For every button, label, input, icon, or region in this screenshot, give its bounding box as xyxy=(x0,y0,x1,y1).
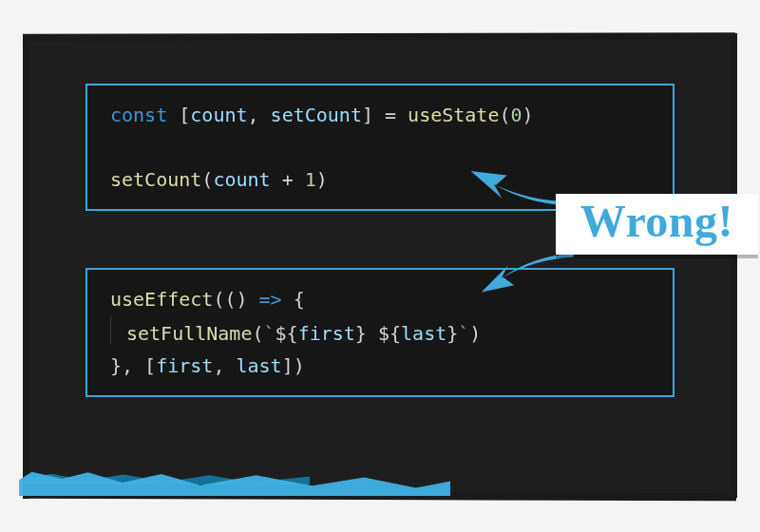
code-token: { xyxy=(282,288,305,311)
wrong-label: Wrong! xyxy=(556,194,758,255)
code-token: 1 xyxy=(305,168,316,191)
code-token: setFullName xyxy=(126,322,252,345)
code-token: setCount xyxy=(271,104,362,126)
code-token: ]) xyxy=(282,354,305,377)
code-token: last xyxy=(401,322,446,345)
code-token: [ xyxy=(179,104,190,126)
code-line: setFullName(`${first} ${last}`) xyxy=(110,315,654,350)
code-token: ) xyxy=(316,168,328,191)
code-line: const [count, setCount] = useState(0) xyxy=(110,99,654,131)
editor-stage: const [count, setCount] = useState(0) se… xyxy=(28,38,732,494)
code-token: ${ xyxy=(378,322,401,345)
code-token: 0 xyxy=(510,104,522,126)
code-line: }, [first, last]) xyxy=(110,350,654,382)
code-token: ${ xyxy=(276,322,298,345)
code-token xyxy=(367,322,378,345)
code-token: count xyxy=(213,168,270,191)
code-token: ` xyxy=(458,322,469,345)
code-token: => xyxy=(259,288,282,311)
code-token: }, [ xyxy=(110,354,156,377)
code-token: setCount xyxy=(110,168,201,191)
code-token: const xyxy=(110,104,179,126)
border-edge xyxy=(23,32,735,40)
code-token: last xyxy=(236,354,281,377)
code-token: ) xyxy=(469,322,481,345)
code-token: ) xyxy=(522,104,534,126)
code-token: ` xyxy=(264,322,276,345)
border-edge xyxy=(23,34,29,499)
code-box-bottom: useEffect(() => {setFullName(`${first} $… xyxy=(86,268,674,397)
code-token: } xyxy=(355,322,367,345)
code-token: count xyxy=(190,104,247,126)
code-token: ( xyxy=(201,168,213,191)
code-token: ( xyxy=(499,104,510,126)
code-token: useState xyxy=(408,104,499,126)
code-token: first xyxy=(298,322,355,345)
code-token: () xyxy=(224,288,258,311)
code-token: first xyxy=(156,354,213,377)
code-token: ( xyxy=(252,322,263,345)
code-token: , xyxy=(213,354,236,377)
code-token: ( xyxy=(213,288,224,311)
code-token: useEffect xyxy=(110,288,213,311)
code-token: + xyxy=(271,168,305,191)
code-box-top: const [count, setCount] = useState(0) se… xyxy=(86,84,674,211)
brush-stroke xyxy=(19,469,450,496)
code-token: } xyxy=(446,322,458,345)
code-token: , xyxy=(248,104,271,126)
code-token: ] = xyxy=(362,104,408,126)
indent-guide xyxy=(110,315,111,344)
border-edge xyxy=(731,33,737,498)
